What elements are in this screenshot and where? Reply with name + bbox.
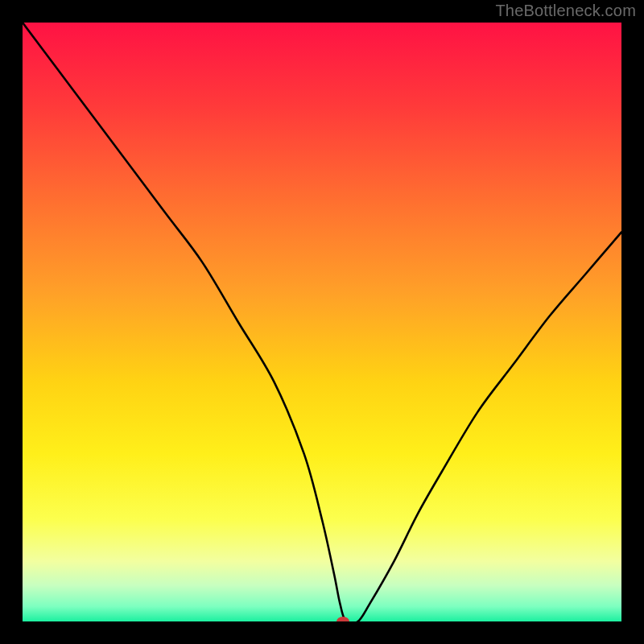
chart-plot-area — [23, 23, 621, 621]
chart-background — [23, 23, 621, 621]
chart-svg — [23, 23, 621, 621]
watermark-text: TheBottleneck.com — [495, 2, 636, 20]
chart-frame: TheBottleneck.com — [0, 0, 644, 644]
